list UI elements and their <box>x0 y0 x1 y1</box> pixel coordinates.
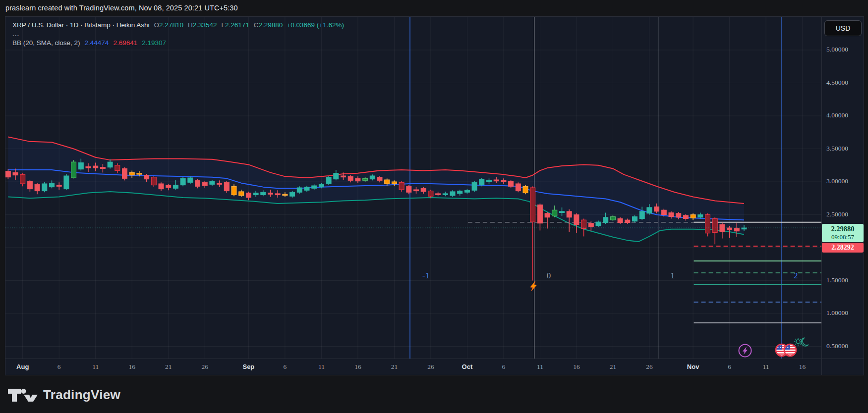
us-flag-event-icon[interactable] <box>784 344 796 356</box>
flag-star <box>780 347 781 348</box>
time-axis[interactable]: Aug611162126Sep611162126Oct611162126Nov6… <box>5 359 864 375</box>
currency-toggle-button[interactable]: USD <box>824 20 862 36</box>
ohlc-value: 2.26171 <box>225 21 249 29</box>
candle-body <box>64 176 69 189</box>
change-value: +0.03669 (+1.62%) <box>287 21 344 29</box>
candle-body <box>705 215 710 233</box>
candle <box>720 222 725 238</box>
time-axis-label: 6 <box>719 363 741 371</box>
candle-body <box>261 192 266 195</box>
bb-indicator-name[interactable]: BB (20, SMA, close, 2) <box>12 39 80 47</box>
candle-body <box>129 172 134 175</box>
candle <box>509 180 514 188</box>
candle-body <box>552 210 557 216</box>
candle-body <box>13 172 18 175</box>
time-axis-label: 26 <box>194 363 216 371</box>
price-axis-label: 4.00000 <box>826 111 848 120</box>
last-price-tag: 2.29880 09:08:57 <box>822 224 864 242</box>
time-axis-month-label: Nov <box>682 363 704 370</box>
candle <box>705 213 710 237</box>
moon-glyph <box>801 338 809 346</box>
flag-stripe <box>785 351 796 352</box>
candle-body <box>93 166 98 168</box>
candle-body <box>392 182 397 184</box>
candle-body <box>297 188 302 192</box>
time-axis-label: 21 <box>602 363 624 371</box>
candle-body <box>727 228 732 230</box>
last-price-value: 2.29880 <box>822 224 864 233</box>
candle <box>472 181 477 192</box>
candle-body <box>734 228 739 231</box>
time-axis-label: 11 <box>755 363 777 371</box>
cycle-line-label: -1 <box>422 271 429 280</box>
candle <box>479 178 484 186</box>
symbol-row: XRP / U.S. Dollar · 1D · Bitstamp · Heik… <box>12 21 344 29</box>
time-axis-label: 21 <box>158 363 179 371</box>
candle-body <box>341 176 346 177</box>
candle-body <box>603 217 608 223</box>
candle-body <box>210 181 215 185</box>
price-axis-label: 0.50000 <box>826 342 848 351</box>
candle-body <box>268 193 273 195</box>
bar-countdown-timer: 09:08:57 <box>822 233 864 241</box>
candle-body <box>509 181 514 187</box>
chart-legend: XRP / U.S. Dollar · 1D · Bitstamp · Heik… <box>12 21 344 47</box>
candle-body <box>494 180 499 181</box>
candle-body <box>50 183 55 187</box>
candle-body <box>195 180 200 186</box>
candle-body <box>312 186 317 188</box>
candle <box>224 181 229 193</box>
flag-star <box>778 347 779 348</box>
sun-ray <box>800 344 801 345</box>
bb-value: 2.69641 <box>113 39 137 47</box>
cycle-line-label: 2 <box>794 271 798 280</box>
ohlc-value: 2.29880 <box>259 21 283 29</box>
candle-body <box>669 213 674 217</box>
candle <box>71 160 76 178</box>
time-axis-label: 26 <box>420 363 442 371</box>
candle-body <box>290 192 295 196</box>
candle-body <box>159 184 164 189</box>
price-chart[interactable]: -1012 <box>5 17 864 375</box>
candle-body <box>661 210 666 214</box>
candle-body <box>421 188 426 192</box>
ohlc-values: O2.27810H2.33542L2.26171C2.29880 <box>150 21 283 29</box>
candle-body <box>610 216 615 220</box>
sun-moon-icon[interactable] <box>794 338 809 346</box>
symbol-title[interactable]: XRP / U.S. Dollar · 1D · Bitstamp · Heik… <box>12 21 150 29</box>
legend-more-ellipsis[interactable]: ... <box>12 31 344 38</box>
candle-body <box>224 182 229 191</box>
price-axis-label: 5.00000 <box>826 46 848 54</box>
purple-lightning-event-icon[interactable] <box>739 345 752 357</box>
candle-body <box>654 207 659 211</box>
candle-body <box>639 211 644 219</box>
candle-body <box>275 194 280 195</box>
price-axis[interactable]: 5.000004.500004.000003.500003.000002.500… <box>821 17 864 375</box>
tradingview-screenshot: praslearn created with TradingView.com, … <box>0 0 868 413</box>
bb-value: 2.44474 <box>85 39 109 47</box>
candle-body <box>122 168 127 178</box>
candle-body <box>180 178 185 185</box>
time-axis-label: 11 <box>85 363 107 371</box>
candle-body <box>720 224 725 232</box>
candle <box>297 186 302 194</box>
candle-body <box>20 174 25 184</box>
candle-body <box>137 173 142 174</box>
candle-body <box>217 183 222 185</box>
cycle-line-label: 1 <box>671 271 675 280</box>
sun-ray <box>795 344 796 345</box>
time-axis-label: 16 <box>566 363 587 371</box>
candle-body <box>304 187 309 191</box>
candle-body <box>86 166 91 168</box>
flag-star <box>787 347 788 348</box>
candle-body <box>100 167 105 169</box>
tradingview-logo[interactable]: TradingView <box>7 387 120 403</box>
candle-body <box>676 213 681 217</box>
ohlc-value: 2.33542 <box>193 21 217 29</box>
candle <box>633 215 637 223</box>
sun-ray <box>795 339 796 340</box>
candle-body <box>625 220 630 222</box>
time-axis-label: 26 <box>638 363 660 371</box>
flag-star <box>789 347 790 348</box>
candle-body <box>581 220 586 228</box>
